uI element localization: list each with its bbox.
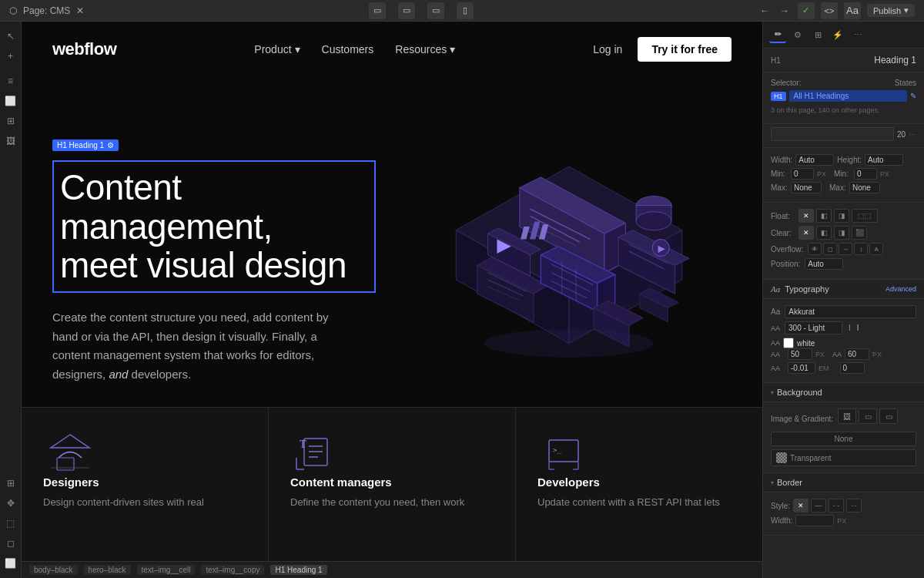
border-dotted-btn[interactable]: ··· — [846, 499, 862, 512]
letter-spacing-2-input[interactable] — [840, 362, 865, 374]
publish-button[interactable]: Publish ▾ — [867, 4, 915, 17]
line-height-input[interactable] — [845, 348, 869, 360]
clear-both-btn[interactable]: ⬛ — [852, 226, 867, 240]
tool-arrow[interactable]: ↖ — [2, 28, 19, 45]
type-icon[interactable]: Aa — [844, 2, 861, 19]
breadcrumb-body[interactable]: body–black — [29, 565, 78, 575]
bg-image-btn[interactable]: 🖼 — [838, 408, 856, 424]
tool-components[interactable]: ⊞ — [2, 113, 19, 129]
clear-none-btn[interactable]: ✕ — [798, 226, 814, 240]
heading-badge[interactable]: H1 Heading 1 ⚙ — [52, 139, 119, 151]
dimension-more-icon[interactable]: ⋯ — [909, 130, 916, 139]
overflow-visible-btn[interactable]: 👁 — [808, 243, 822, 255]
clear-row: Clear: ✕ ◧ ◨ ⬛ — [771, 226, 916, 240]
typography-section-header[interactable]: Aa Typography Advanced — [763, 280, 924, 299]
width-input[interactable] — [795, 154, 834, 166]
tool-erase[interactable]: ⬜ — [2, 555, 19, 572]
tool-move[interactable]: ✥ — [2, 495, 19, 512]
border-title: Border — [777, 478, 916, 487]
tool-grid[interactable]: ⊞ — [2, 475, 19, 492]
panel-more-tab[interactable]: ⋯ — [849, 26, 866, 43]
svg-point-42 — [484, 329, 654, 358]
max-w-input[interactable] — [791, 182, 822, 193]
breadcrumb-cell[interactable]: text–img__cell — [137, 565, 196, 575]
border-dashed-btn[interactable]: - - — [829, 499, 844, 512]
tool-assets[interactable]: 🖼 — [2, 133, 19, 150]
font-size-icon: AA — [771, 324, 780, 332]
check-icon[interactable]: ✓ — [798, 2, 815, 19]
position-input[interactable] — [805, 258, 843, 270]
float-none-btn[interactable]: ✕ — [798, 209, 814, 223]
color-swatch[interactable] — [783, 338, 794, 348]
min-h-input[interactable] — [854, 168, 877, 180]
bold-icon[interactable]: I — [857, 324, 859, 332]
panel-layout-tab[interactable]: ⊞ — [809, 26, 826, 43]
letter-spacing-input[interactable] — [788, 362, 815, 374]
device-mobile-btn[interactable]: ▭ — [427, 2, 444, 19]
login-link[interactable]: Log in — [593, 43, 622, 55]
nav-resources[interactable]: Resources ▾ — [395, 43, 455, 55]
panel-interactions-tab[interactable]: ⚡ — [829, 26, 846, 43]
content-managers-icon: T — [290, 431, 344, 473]
states-button[interactable]: States — [895, 79, 916, 87]
overflow-scroll-h-btn[interactable]: ↔ — [839, 243, 852, 255]
overflow-hidden-btn[interactable]: ◻ — [823, 243, 837, 255]
panel-style-tab[interactable]: ✏ — [769, 26, 786, 43]
clear-left-btn[interactable]: ◧ — [816, 226, 832, 240]
transparent-swatch[interactable] — [776, 452, 787, 463]
overflow-scroll-v-btn[interactable]: ↕ — [854, 243, 868, 255]
nav-product-arrow: ▾ — [295, 43, 300, 55]
selector-edit-icon[interactable]: ✎ — [910, 92, 916, 100]
breadcrumb-copy[interactable]: text–img__copy — [201, 565, 264, 575]
overflow-auto-btn[interactable]: A — [869, 243, 883, 255]
nav-customers[interactable]: Customers — [322, 43, 374, 55]
border-solid-btn[interactable]: — — [811, 499, 826, 512]
advanced-toggle[interactable]: Advanced — [886, 285, 916, 293]
typography-icon: Aa — [771, 284, 780, 294]
browser-tab[interactable]: ⬡ Page: CMS ✕ — [9, 5, 84, 16]
background-section-header[interactable]: ▾ Background — [763, 383, 924, 402]
font-size-row: AA PX AA PX — [771, 348, 916, 360]
breadcrumb-h1[interactable]: H1 Heading 1 — [270, 565, 326, 575]
tool-pages[interactable]: ⬜ — [2, 92, 19, 109]
tool-crop[interactable]: ⬚ — [2, 515, 19, 532]
font-size-input[interactable] — [788, 348, 812, 360]
font-weight-row: AA I I — [771, 321, 916, 334]
font-weight-input[interactable] — [785, 321, 842, 334]
back-btn[interactable]: ← — [758, 4, 772, 18]
selector-all-h1[interactable]: All H1 Headings — [789, 90, 907, 102]
min-w-input[interactable] — [791, 168, 814, 180]
forward-btn[interactable]: → — [778, 4, 792, 18]
border-none-btn[interactable]: ✕ — [793, 499, 808, 512]
browser-toolbar: ▭ ▭ ▭ ▯ — [369, 2, 474, 19]
device-tablet-btn[interactable]: ▭ — [398, 2, 415, 19]
tool-shapes[interactable]: ◻ — [2, 535, 19, 552]
max-h-input[interactable] — [849, 182, 880, 193]
float-group-btn[interactable]: ⬚⬚ — [852, 209, 878, 223]
nav-product[interactable]: Product ▾ — [254, 43, 300, 55]
code-icon[interactable]: <> — [821, 2, 838, 19]
breadcrumb-h1-label: H1 Heading 1 — [275, 566, 322, 574]
float-right-btn[interactable]: ◨ — [834, 209, 849, 223]
bg-gradient-h-btn[interactable]: ▭ — [859, 408, 877, 424]
border-section-header[interactable]: ▾ Border — [763, 473, 924, 492]
badge-gear-icon[interactable]: ⚙ — [107, 141, 114, 150]
device-desktop-btn[interactable]: ▭ — [369, 2, 386, 19]
height-input[interactable] — [865, 154, 903, 166]
italic-icon[interactable]: I — [849, 324, 851, 332]
border-width-input[interactable] — [795, 515, 834, 526]
float-left-btn[interactable]: ◧ — [816, 209, 832, 223]
clear-right-btn[interactable]: ◨ — [834, 226, 849, 240]
min-w-unit: PX — [817, 170, 826, 178]
device-phone-btn[interactable]: ▯ — [457, 2, 474, 19]
position-row: Position: — [771, 258, 916, 270]
breadcrumb-hero[interactable]: hero–black — [84, 565, 131, 575]
tool-add[interactable]: + — [2, 48, 19, 65]
panel-settings-tab[interactable]: ⚙ — [789, 26, 806, 43]
cta-button[interactable]: Try it for free — [638, 37, 732, 62]
tool-layers[interactable]: ≡ — [2, 72, 19, 89]
font-family-input[interactable] — [785, 305, 916, 318]
svg-marker-43 — [51, 435, 89, 448]
bg-transparent-label: Transparent — [790, 454, 832, 462]
bg-gradient-v-btn[interactable]: ▭ — [879, 408, 898, 424]
